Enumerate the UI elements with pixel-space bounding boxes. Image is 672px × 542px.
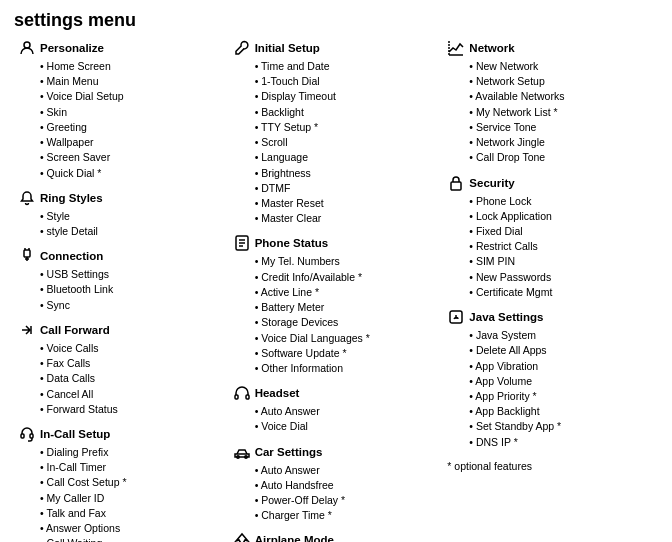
section-items-security: Phone LockLock ApplicationFixed DialRest… — [447, 194, 654, 301]
list-item: App Vibration — [469, 359, 654, 374]
section-header-call-forward: Call Forward — [18, 321, 225, 339]
list-item: Display Timeout — [255, 89, 440, 104]
section-header-security: Security — [447, 174, 654, 192]
section-security: SecurityPhone LockLock ApplicationFixed … — [447, 174, 654, 301]
list-item: Brightness — [255, 166, 440, 181]
list-item: Sync — [40, 298, 225, 313]
list-item: Time and Date — [255, 59, 440, 74]
list-item: Storage Devices — [255, 315, 440, 330]
section-title-phone-status: Phone Status — [255, 237, 328, 249]
section-title-ring-styles: Ring Styles — [40, 192, 103, 204]
list-item: Charger Time * — [255, 508, 440, 523]
list-item: App Volume — [469, 374, 654, 389]
forward-icon — [18, 321, 36, 339]
section-title-airplane-mode: Airplane Mode — [255, 534, 334, 542]
section-phone-status: Phone StatusMy Tel. NumbersCredit Info/A… — [233, 234, 440, 376]
section-title-java-settings: Java Settings — [469, 311, 543, 323]
car-icon — [233, 443, 251, 461]
section-header-in-call-setup: In-Call Setup — [18, 425, 225, 443]
section-items-network: New NetworkNetwork SetupAvailable Networ… — [447, 59, 654, 166]
section-header-initial-setup: Initial Setup — [233, 39, 440, 57]
section-java-settings: Java SettingsJava SystemDelete All AppsA… — [447, 308, 654, 450]
section-items-car-settings: Auto AnswerAuto HandsfreePower-Off Delay… — [233, 463, 440, 524]
wrench-icon — [233, 39, 251, 57]
list-item: Fixed Dial — [469, 224, 654, 239]
section-headset: HeadsetAuto AnswerVoice Dial — [233, 384, 440, 434]
list-item: SIM PIN — [469, 254, 654, 269]
headset-icon — [18, 425, 36, 443]
list-item: In-Call Timer — [40, 460, 225, 475]
optional-note: * optional features — [447, 460, 654, 472]
list-item: 1-Touch Dial — [255, 74, 440, 89]
bell-icon — [18, 189, 36, 207]
section-title-car-settings: Car Settings — [255, 446, 323, 458]
list-item: Credit Info/Available * — [255, 270, 440, 285]
section-items-phone-status: My Tel. NumbersCredit Info/Available *Ac… — [233, 254, 440, 376]
list-item: New Passwords — [469, 270, 654, 285]
list-item: Other Information — [255, 361, 440, 376]
list-item: New Network — [469, 59, 654, 74]
section-header-java-settings: Java Settings — [447, 308, 654, 326]
section-items-headset: Auto AnswerVoice Dial — [233, 404, 440, 434]
section-title-headset: Headset — [255, 387, 300, 399]
section-title-connection: Connection — [40, 250, 103, 262]
list-item: Forward Status — [40, 402, 225, 417]
list-item: Auto Handsfree — [255, 478, 440, 493]
list-item: Master Clear — [255, 211, 440, 226]
section-title-initial-setup: Initial Setup — [255, 42, 320, 54]
list-item: Set Standby App * — [469, 419, 654, 434]
list-item: Delete All Apps — [469, 343, 654, 358]
section-header-phone-status: Phone Status — [233, 234, 440, 252]
list-item: Auto Answer — [255, 463, 440, 478]
svg-rect-10 — [235, 395, 238, 399]
svg-rect-11 — [246, 395, 249, 399]
column-col2: Initial SetupTime and Date1-Touch DialDi… — [229, 39, 444, 542]
list-item: Data Calls — [40, 371, 225, 386]
svg-point-0 — [24, 42, 30, 48]
section-items-connection: USB SettingsBluetooth LinkSync — [18, 267, 225, 313]
section-title-security: Security — [469, 177, 514, 189]
svg-rect-5 — [30, 434, 33, 438]
section-header-car-settings: Car Settings — [233, 443, 440, 461]
list-item: TTY Setup * — [255, 120, 440, 135]
section-title-personalize: Personalize — [40, 42, 104, 54]
list-item: Voice Dial Setup — [40, 89, 225, 104]
section-initial-setup: Initial SetupTime and Date1-Touch DialDi… — [233, 39, 440, 226]
section-items-in-call-setup: Dialing PrefixIn-Call TimerCall Cost Set… — [18, 445, 225, 542]
list-item: USB Settings — [40, 267, 225, 282]
list-item: Certificate Mgmt — [469, 285, 654, 300]
list-item: Language — [255, 150, 440, 165]
list-item: Call Cost Setup * — [40, 475, 225, 490]
list-item: Answer Options — [40, 521, 225, 536]
section-items-ring-styles: Stylestyle Detail — [18, 209, 225, 239]
section-ring-styles: Ring StylesStylestyle Detail — [18, 189, 225, 239]
list-item: Skin — [40, 105, 225, 120]
list-item: style Detail — [40, 224, 225, 239]
airplane-icon — [233, 531, 251, 542]
section-items-personalize: Home ScreenMain MenuVoice Dial SetupSkin… — [18, 59, 225, 181]
list-item: Available Networks — [469, 89, 654, 104]
list-item: Cancel All — [40, 387, 225, 402]
phone-status-icon — [233, 234, 251, 252]
list-item: Dialing Prefix — [40, 445, 225, 460]
plug-icon — [18, 247, 36, 265]
list-item: DNS IP * — [469, 435, 654, 450]
list-item: Network Setup — [469, 74, 654, 89]
list-item: Java System — [469, 328, 654, 343]
list-item: Screen Saver — [40, 150, 225, 165]
section-header-personalize: Personalize — [18, 39, 225, 57]
list-item: My Tel. Numbers — [255, 254, 440, 269]
svg-rect-4 — [21, 434, 24, 438]
menu-columns: PersonalizeHome ScreenMain MenuVoice Dia… — [14, 39, 658, 542]
person-icon — [18, 39, 36, 57]
svg-rect-1 — [24, 250, 30, 257]
list-item: Home Screen — [40, 59, 225, 74]
section-title-call-forward: Call Forward — [40, 324, 110, 336]
list-item: Quick Dial * — [40, 166, 225, 181]
list-item: Network Jingle — [469, 135, 654, 150]
list-item: Lock Application — [469, 209, 654, 224]
section-car-settings: Car SettingsAuto AnswerAuto HandsfreePow… — [233, 443, 440, 524]
list-item: Voice Dial Languages * — [255, 331, 440, 346]
list-item: Master Reset — [255, 196, 440, 211]
section-airplane-mode: Airplane ModeAirplane ModePrompt at Star… — [233, 531, 440, 542]
